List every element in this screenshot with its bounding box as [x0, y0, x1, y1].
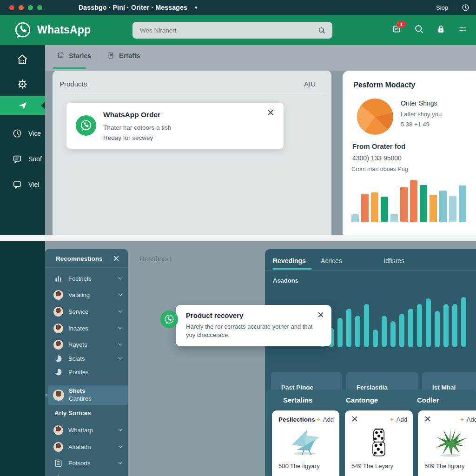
bar-9: [399, 314, 404, 347]
product-card[interactable]: Pesllections✦Add580 The ligyary: [272, 410, 339, 476]
products-panel-action[interactable]: AIU: [304, 80, 316, 88]
product-card[interactable]: ✦Add549 The Leyary: [345, 410, 413, 476]
orders-bar-chart: [351, 176, 472, 222]
avatar: [53, 324, 63, 333]
tab-staries[interactable]: Staries: [57, 52, 91, 60]
chevron-down-icon[interactable]: [118, 356, 123, 361]
search-icon[interactable]: [318, 26, 326, 34]
home-icon[interactable]: [16, 53, 29, 66]
bar-11: [417, 304, 422, 347]
storefront-icon: [57, 52, 65, 60]
new-chat-icon[interactable]: 1: [392, 24, 402, 34]
order-card-line1: Thater har cotoors a tish: [103, 124, 171, 131]
chevron-down-icon[interactable]: [118, 276, 123, 281]
chevron-down-icon[interactable]: [118, 460, 123, 466]
product-card-header: Pesllections: [278, 416, 315, 423]
whatsapp-icon: [160, 311, 178, 328]
close-icon[interactable]: [267, 109, 274, 116]
window-control-1[interactable]: [19, 5, 24, 10]
sidebar-item-label: Foctriets: [68, 275, 118, 282]
toast-body: Harely the ror corracts accurate yother …: [186, 323, 320, 339]
bar-10: [408, 309, 413, 347]
sidebar-item-whattarp[interactable]: Whattarp: [53, 424, 123, 436]
sidebar-item-service[interactable]: Service: [53, 305, 123, 317]
dashboard-title: Dessbnart: [139, 255, 171, 263]
window-control-0[interactable]: [9, 5, 14, 10]
window-control-3[interactable]: [37, 5, 42, 10]
bar-15: [452, 304, 457, 347]
sidebar-item-alratadn[interactable]: Alratadn: [53, 441, 123, 453]
chevron-down-icon[interactable]: ▾: [195, 5, 198, 11]
send-icon: [18, 100, 28, 111]
window-controls[interactable]: [9, 5, 42, 10]
clock-icon: [12, 128, 22, 139]
add-button[interactable]: ✦Add: [316, 416, 334, 423]
menubar-title: Dassbgo · Pinl · Oriter · Messages: [79, 4, 187, 11]
gear-icon[interactable]: [16, 78, 29, 91]
lock-icon[interactable]: [436, 24, 446, 34]
active-tab-underline: [272, 268, 312, 270]
product-price: 580 The ligyary: [278, 463, 320, 469]
panel-divider: [60, 94, 325, 94]
menu-list-icon[interactable]: [458, 24, 468, 34]
tab-revedings[interactable]: Revedings: [273, 257, 306, 264]
column-title-sertalins: Sertalins: [283, 396, 312, 404]
chevron-down-icon[interactable]: [118, 427, 123, 433]
sidebar-item-soof[interactable]: Soof: [12, 153, 42, 165]
sidebar-item-selected[interactable]: ‹ Shets Cantires: [48, 385, 128, 405]
sidebar-item-label: Alratadn: [68, 443, 118, 450]
active-nav-highlight[interactable]: [0, 96, 45, 115]
product-card[interactable]: ✦Add509 The ligrary: [418, 410, 476, 476]
star-icon: ✦: [460, 416, 464, 423]
close-icon[interactable]: [351, 416, 358, 422]
sidebar-item-inaates[interactable]: Inaates: [53, 322, 123, 334]
avatar: [53, 340, 63, 350]
close-icon[interactable]: [424, 416, 431, 422]
menubar-right-label[interactable]: Slop: [436, 4, 448, 11]
sidebar-item-vataling[interactable]: Vataling: [53, 289, 123, 301]
chevron-down-icon[interactable]: [118, 309, 123, 314]
products-panel-title: Products: [60, 80, 87, 88]
bar-12: [426, 298, 431, 347]
chevron-down-icon[interactable]: [118, 444, 123, 450]
sidebar-item-potsorts[interactable]: Potsorts: [53, 457, 123, 469]
sidebar-item-foctriets[interactable]: Foctriets: [53, 272, 123, 284]
header-search-icon[interactable]: [414, 24, 424, 34]
performance-title: Pesform Modacty: [353, 81, 415, 89]
bar-6: [373, 330, 378, 347]
tab-ertafts[interactable]: Ertafts: [107, 52, 140, 60]
menubar-divider: [455, 4, 455, 11]
chevron-down-icon[interactable]: [118, 342, 123, 347]
bar-11: [459, 185, 466, 222]
products-panel: Products AIU WhatsApp Order Thater har c…: [53, 71, 331, 235]
tab-idfisres[interactable]: Idfisres: [383, 257, 404, 264]
chevron-down-icon[interactable]: [118, 325, 123, 331]
sidebar-item-sciats[interactable]: Sciats: [53, 352, 123, 364]
bar-8: [430, 195, 437, 222]
close-icon[interactable]: [317, 311, 324, 318]
tab-acrices[interactable]: Acrices: [321, 257, 342, 264]
sidebar-item-pontles[interactable]: Pontles: [53, 366, 123, 378]
product-recovery-toast: Product recovery Harely the ror corracts…: [176, 305, 331, 346]
performance-panel: Pesform Modacty Onter Shngs Latler shoy …: [343, 71, 476, 235]
sidebar-item-viel[interactable]: Viel: [12, 178, 39, 191]
tab-divider: [98, 50, 98, 62]
search-bar[interactable]: [132, 22, 332, 39]
sidebar-item-label: Vice: [28, 130, 41, 137]
add-label: Add: [397, 416, 407, 423]
stat-title: Onter Shngs: [401, 99, 437, 107]
search-input[interactable]: [132, 26, 318, 34]
sidebar-item-porvirces[interactable]: Porvirces: [53, 473, 123, 476]
window-control-2[interactable]: [28, 5, 33, 10]
avatar: [53, 442, 63, 452]
product-image-plant: [418, 426, 476, 458]
sidebar-item-rayets[interactable]: Rayets: [53, 338, 123, 350]
add-button[interactable]: ✦Add: [460, 416, 476, 423]
clock-icon[interactable]: [462, 4, 469, 12]
chevron-down-icon[interactable]: [118, 292, 123, 298]
sidebar-item-vice[interactable]: Vice: [12, 127, 41, 139]
tab-label: Staries: [69, 52, 91, 60]
add-button[interactable]: ✦Add: [390, 416, 407, 423]
close-icon[interactable]: [113, 255, 119, 262]
chevron-left-icon[interactable]: ‹: [46, 391, 47, 398]
